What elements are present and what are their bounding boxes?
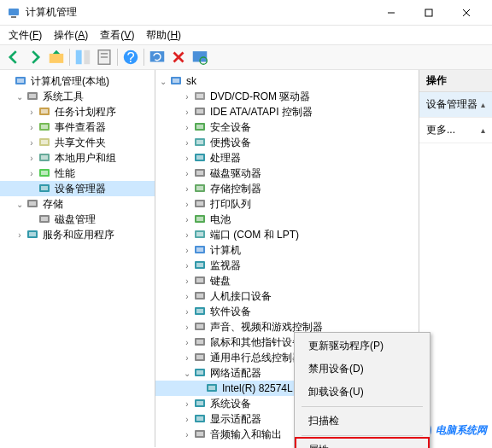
svg-rect-8	[84, 50, 90, 65]
up-icon[interactable]	[46, 47, 67, 67]
expand-toggle[interactable]: ⌄	[14, 92, 26, 102]
tree-item[interactable]: ·磁盘管理	[0, 212, 155, 227]
expand-toggle[interactable]: ›	[181, 169, 193, 178]
tree-item[interactable]: ›共享文件夹	[0, 135, 155, 150]
expand-toggle[interactable]: ›	[181, 430, 193, 439]
tree-item[interactable]: ⌄系统工具	[0, 89, 155, 104]
context-menu-label: 禁用设备(D)	[308, 363, 364, 375]
menu-h[interactable]: 帮助(H)	[141, 26, 186, 44]
back-icon[interactable]	[3, 47, 24, 67]
tree-item[interactable]: ›任务计划程序	[0, 104, 155, 119]
tree-item[interactable]: ›便携设备	[155, 135, 419, 150]
expand-toggle[interactable]: ›	[181, 138, 193, 148]
tree-item[interactable]: ›打印队列	[155, 196, 419, 212]
expand-toggle[interactable]: ›	[181, 108, 193, 117]
expand-toggle[interactable]: ›	[181, 184, 193, 194]
expand-toggle[interactable]: ›	[14, 230, 26, 240]
expand-toggle[interactable]: ›	[181, 230, 193, 240]
window-title: 计算机管理	[26, 5, 372, 20]
expand-toggle[interactable]: ›	[181, 338, 193, 347]
tree-item[interactable]: ›人机接口设备	[155, 288, 419, 304]
menu-a[interactable]: 操作(A)	[49, 26, 93, 44]
expand-toggle[interactable]: ›	[181, 276, 193, 286]
hid-icon	[193, 289, 207, 303]
tree-item-label: 共享文件夹	[55, 136, 106, 150]
forward-icon[interactable]	[25, 47, 45, 67]
menu-label: 操作(A)	[54, 29, 88, 41]
menu-v[interactable]: 查看(V)	[95, 26, 139, 44]
expand-toggle[interactable]: ›	[181, 123, 193, 132]
expand-toggle[interactable]: ›	[26, 169, 38, 178]
tree-item[interactable]: ⌄sk	[155, 73, 419, 89]
context-menu-item[interactable]: 卸载设备(U)	[296, 381, 428, 404]
actions-row[interactable]: 更多...▴	[419, 118, 492, 143]
tree-item[interactable]: ›IDE ATA/ATAPI 控制器	[155, 104, 419, 119]
refresh-icon[interactable]	[147, 47, 167, 67]
keyboard-icon	[193, 274, 207, 288]
context-menu-item[interactable]: 更新驱动程序(P)	[296, 335, 428, 358]
tree-item[interactable]: ⌄存储	[0, 196, 155, 212]
minimize-button[interactable]	[372, 1, 410, 25]
tree-item-label: 计算机	[210, 243, 241, 258]
expand-toggle[interactable]: ›	[181, 323, 193, 332]
expand-toggle[interactable]: ⌄	[157, 77, 169, 86]
expand-toggle[interactable]: ›	[181, 292, 193, 301]
tree-item[interactable]: ›计算机	[155, 242, 419, 258]
context-menu-item[interactable]: 属性	[295, 437, 430, 448]
usb-icon	[193, 351, 207, 364]
expand-toggle[interactable]: ›	[181, 261, 193, 271]
expand-toggle[interactable]: ›	[26, 123, 38, 132]
tree-item[interactable]: ›DVD/CD-ROM 驱动器	[155, 89, 419, 104]
expand-toggle[interactable]: ›	[181, 154, 193, 163]
tree-item[interactable]: ›键盘	[155, 273, 419, 288]
expand-toggle[interactable]: ›	[26, 108, 38, 117]
tree-item[interactable]: ›本地用户和组	[0, 150, 155, 166]
svg-rect-40	[173, 79, 179, 83]
tree-item[interactable]: ›电池	[155, 212, 419, 227]
svg-rect-68	[196, 294, 203, 298]
expand-toggle[interactable]: ›	[181, 200, 193, 209]
maximize-button[interactable]	[410, 1, 448, 25]
tree-item[interactable]: ›服务和应用程序	[0, 227, 155, 242]
tree-item[interactable]: ›存储控制器	[155, 181, 419, 196]
tree-item[interactable]: ›端口 (COM 和 LPT)	[155, 227, 419, 242]
tree-item[interactable]: ›软件设备	[155, 304, 419, 319]
tree-item[interactable]: ›处理器	[155, 150, 419, 166]
svg-rect-64	[196, 263, 203, 267]
expand-toggle[interactable]: ›	[181, 215, 193, 224]
expand-toggle[interactable]: ⌄	[181, 369, 193, 378]
actions-row[interactable]: 设备管理器▴	[419, 92, 492, 118]
expand-toggle[interactable]: ›	[181, 399, 193, 409]
tree-item[interactable]: ·设备管理器	[0, 181, 155, 196]
expand-toggle[interactable]: ›	[26, 154, 38, 163]
show-hide-tree-icon[interactable]	[73, 47, 93, 67]
tree-item[interactable]: ›安全设备	[155, 119, 419, 135]
svg-rect-82	[196, 401, 203, 405]
expand-toggle[interactable]: ›	[181, 246, 193, 255]
expand-toggle[interactable]: ›	[181, 415, 193, 424]
expand-toggle[interactable]: ›	[181, 353, 193, 363]
tree-item[interactable]: ›事件查看器	[0, 119, 155, 135]
scan-icon[interactable]	[190, 47, 210, 67]
context-menu-item[interactable]: 禁用设备(D)	[296, 358, 428, 381]
expand-toggle[interactable]: ›	[181, 92, 193, 102]
tree-item[interactable]: ›磁盘驱动器	[155, 166, 419, 181]
svg-rect-58	[196, 217, 203, 221]
expand-toggle[interactable]: ›	[181, 307, 193, 317]
context-menu-item[interactable]: 扫描检	[296, 410, 428, 433]
close-button[interactable]	[448, 1, 485, 25]
left-tree-panel[interactable]: ·计算机管理(本地)⌄系统工具›任务计划程序›事件查看器›共享文件夹›本地用户和…	[0, 70, 155, 447]
expand-toggle[interactable]: ⌄	[14, 200, 26, 209]
toolbar: ?	[0, 44, 492, 70]
tree-item[interactable]: ·计算机管理(本地)	[0, 73, 155, 89]
menu-f[interactable]: 文件(F)	[3, 26, 47, 44]
svg-rect-76	[196, 355, 203, 359]
tree-item[interactable]: ›性能	[0, 166, 155, 181]
delete-icon[interactable]	[168, 47, 189, 67]
properties-icon[interactable]	[94, 47, 114, 67]
expand-toggle[interactable]: ›	[26, 138, 38, 148]
help-icon[interactable]: ?	[120, 47, 141, 67]
tree-item-label: 通用串行总线控制器	[210, 351, 302, 365]
svg-rect-28	[41, 155, 48, 160]
tree-item[interactable]: ›监视器	[155, 258, 419, 273]
